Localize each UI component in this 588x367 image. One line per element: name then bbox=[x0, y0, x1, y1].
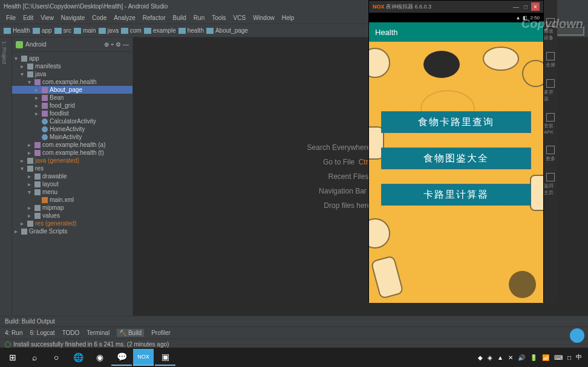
tool-todo[interactable]: TODO bbox=[62, 330, 80, 336]
tree-javagen[interactable]: ▸java (generated) bbox=[12, 157, 132, 164]
folder-icon bbox=[99, 28, 106, 34]
rail-settings[interactable]: 修改设备 bbox=[544, 18, 557, 41]
menu-edit[interactable]: Edit bbox=[19, 13, 37, 22]
breadcrumb-item[interactable]: main bbox=[74, 27, 96, 34]
status-message: Install successfully finished in 6 s 241… bbox=[13, 341, 169, 348]
tree-mipmap[interactable]: ▸mipmap bbox=[12, 204, 132, 212]
breadcrumb-item[interactable]: example bbox=[144, 27, 176, 34]
tree-manifests[interactable]: ▸manifests bbox=[12, 62, 132, 70]
menu-analyze[interactable]: Analyze bbox=[110, 13, 139, 22]
emu-close-icon[interactable]: × bbox=[531, 2, 540, 11]
emu-min-icon[interactable]: — bbox=[512, 2, 520, 11]
rail-home[interactable]: 返回主页 bbox=[544, 173, 557, 196]
emulator-title-bar[interactable]: NOX 夜神模拟器 6.6.0.3 — □ × bbox=[369, 1, 543, 13]
tool-run[interactable]: 4: Run bbox=[5, 330, 22, 336]
wechat-icon[interactable]: 💬 bbox=[111, 349, 132, 366]
folder-icon bbox=[206, 28, 214, 34]
folder-icon bbox=[54, 28, 62, 34]
breadcrumb-item[interactable]: Health bbox=[4, 27, 30, 34]
folder-icon bbox=[33, 28, 40, 34]
tree-foodgrid[interactable]: ▸food_grid bbox=[12, 102, 132, 109]
start-button[interactable]: ⊞ bbox=[2, 349, 23, 366]
menu-view[interactable]: View bbox=[37, 13, 57, 22]
app-toolbar: Health bbox=[369, 22, 543, 42]
breadcrumb-item[interactable]: src bbox=[54, 27, 71, 34]
folder-icon bbox=[4, 28, 11, 34]
ime-indicator[interactable]: 中 bbox=[576, 353, 582, 362]
app-body: 食物卡路里查询 食物图鉴大全 卡路里计算器 bbox=[369, 42, 543, 303]
window-title: Health [C:\Users\Copydown\Desktop\Health… bbox=[4, 3, 168, 10]
chrome-icon[interactable]: ◉ bbox=[90, 349, 110, 366]
breadcrumb-item[interactable]: About_page bbox=[206, 27, 248, 34]
rail-fullscreen[interactable]: 全屏 bbox=[546, 52, 555, 68]
tree-about-page[interactable]: ▸About_page bbox=[12, 86, 132, 94]
windows-taskbar: ⊞ ⌕ ○ 🌐 ◉ 💬 NOX ▣ ◆◈▲✕🔊🔋📶⌨□ 中 bbox=[0, 348, 588, 367]
project-header[interactable]: Android ⊕ ÷ ⚙ — bbox=[12, 37, 132, 52]
tree-calc[interactable]: CalculatorActivity bbox=[12, 117, 132, 125]
rail-apk[interactable]: 安装APK bbox=[544, 113, 557, 135]
nox-icon[interactable]: NOX bbox=[133, 349, 154, 366]
tree-pkg3[interactable]: ▸com.example.health (t) bbox=[12, 149, 132, 157]
system-tray[interactable]: ◆◈▲✕🔊🔋📶⌨□ 中 bbox=[478, 353, 586, 362]
menu-file[interactable]: File bbox=[2, 13, 19, 22]
menu-refactor[interactable]: Refactor bbox=[139, 13, 169, 22]
rail-more[interactable]: 更多 bbox=[546, 146, 555, 162]
left-tool-rail: 1: Project bbox=[0, 37, 12, 316]
tree-drawable[interactable]: ▸drawable bbox=[12, 172, 132, 180]
tree-mainxml[interactable]: main.xml bbox=[12, 196, 132, 204]
cmd-icon[interactable]: ▣ bbox=[155, 349, 175, 366]
menu-window[interactable]: Window bbox=[249, 13, 278, 22]
folder-icon bbox=[74, 28, 81, 34]
emulator-window: NOX 夜神模拟器 6.6.0.3 — □ × ▲ ◧ 2:50 Health … bbox=[368, 0, 544, 302]
search-icon[interactable]: ⌕ bbox=[24, 349, 45, 366]
tool-terminal[interactable]: Terminal bbox=[87, 330, 109, 336]
wifi-icon: ▲ bbox=[516, 15, 521, 21]
breadcrumb-item[interactable]: java bbox=[99, 27, 119, 34]
build-header[interactable]: Build: Build Output bbox=[0, 316, 588, 326]
assist-button[interactable] bbox=[570, 328, 584, 343]
tool-profiler[interactable]: Profiler bbox=[151, 330, 171, 336]
breadcrumb-item[interactable]: app bbox=[33, 27, 52, 34]
tree-resgen[interactable]: ▸res (generated) bbox=[12, 219, 132, 227]
tree-pkg2[interactable]: ▸com.example.health (a) bbox=[12, 141, 132, 149]
emulator-statusbar: ▲ ◧ 2:50 bbox=[369, 13, 543, 22]
tree-java[interactable]: ▾java bbox=[12, 70, 132, 78]
btn-food-calorie-search[interactable]: 食物卡路里查询 bbox=[381, 111, 531, 133]
menu-help[interactable]: Help bbox=[278, 13, 298, 22]
tree-menu[interactable]: ▾menu bbox=[12, 188, 132, 196]
emu-max-icon[interactable]: □ bbox=[521, 2, 530, 11]
menu-run[interactable]: Run bbox=[190, 13, 208, 22]
menu-tools[interactable]: Tools bbox=[208, 13, 229, 22]
tree-foodlist[interactable]: ▸foodlist bbox=[12, 109, 132, 117]
bottom-tool-bar: 4: Run 6: Logcat TODO Terminal 🔨 Build P… bbox=[0, 326, 588, 339]
cortana-icon[interactable]: ○ bbox=[46, 349, 67, 366]
tree-pkg[interactable]: ▾com.example.health bbox=[12, 78, 132, 86]
menu-code[interactable]: Code bbox=[88, 13, 110, 22]
battery-icon: ◧ bbox=[523, 15, 528, 21]
rail-project[interactable]: 1: Project bbox=[0, 37, 8, 68]
breadcrumb-item[interactable]: health bbox=[178, 27, 204, 34]
menu-navigate[interactable]: Navigate bbox=[57, 13, 88, 22]
tree-home[interactable]: HomeActivity bbox=[12, 125, 132, 133]
tree-res[interactable]: ▾res bbox=[12, 164, 132, 172]
folder-icon bbox=[144, 28, 151, 34]
tree-bean[interactable]: ▸Bean bbox=[12, 94, 132, 102]
tool-logcat[interactable]: 6: Logcat bbox=[30, 330, 54, 336]
tool-build[interactable]: 🔨 Build bbox=[117, 329, 144, 337]
android-icon bbox=[16, 41, 23, 48]
tree-layout[interactable]: ▸layout bbox=[12, 180, 132, 188]
menu-build[interactable]: Build bbox=[169, 13, 190, 22]
folder-icon bbox=[121, 28, 128, 34]
breadcrumb-item[interactable]: com bbox=[121, 27, 142, 34]
tree-values[interactable]: ▸values bbox=[12, 212, 132, 219]
tree-gradle[interactable]: ▸Gradle Scripts bbox=[12, 227, 132, 235]
menu-vcs[interactable]: VCS bbox=[230, 13, 250, 22]
emulator-side-rail: 修改设备 全屏 多开器 安装APK 更多 返回主页 bbox=[544, 0, 557, 302]
tree-app[interactable]: ▾app bbox=[12, 54, 132, 62]
tree-main[interactable]: MainActivity bbox=[12, 133, 132, 141]
rail-multi[interactable]: 多开器 bbox=[544, 79, 557, 102]
btn-food-gallery[interactable]: 食物图鉴大全 bbox=[381, 148, 531, 169]
btn-calorie-calculator[interactable]: 卡路里计算器 bbox=[381, 184, 531, 206]
folder-icon bbox=[178, 28, 186, 34]
edge-icon[interactable]: 🌐 bbox=[68, 349, 88, 366]
